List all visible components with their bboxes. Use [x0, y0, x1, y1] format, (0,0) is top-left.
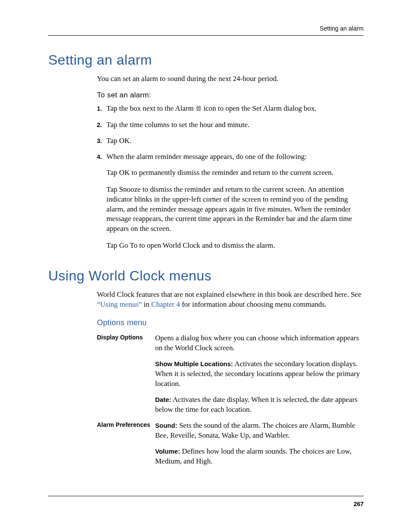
intro-part-c: for information about choosing menu comm… [180, 300, 327, 308]
steps-list: 1. Tap the box next to the Alarm [97, 104, 362, 162]
option-description: Activates the date display. When it is s… [155, 395, 358, 414]
step-number: 3. [97, 137, 106, 144]
svg-line-6 [200, 110, 200, 111]
section-heading-setting-alarm: Setting an alarm [48, 52, 364, 68]
option-row-display-options: Display Options Opens a dialog box where… [97, 333, 362, 421]
step-number: 1. [97, 105, 106, 112]
intro-text: World Clock features that are not explai… [97, 290, 362, 310]
intro-part-b: in [142, 300, 151, 308]
step1-text-b: icon to open the Set Alarm dialog box. [203, 104, 317, 112]
option-bold-term: Volume: [155, 448, 180, 455]
step-number: 4. [97, 153, 106, 160]
step-2: 2. Tap the time columns to set the hour … [97, 120, 362, 130]
option-entry: Sound: Sets the sound of the alarm. The … [155, 421, 362, 441]
step-text: Tap the box next to the Alarm icon [106, 104, 362, 114]
page-footer: 267 [48, 496, 364, 507]
step1-text-a: Tap the box next to the Alarm [106, 104, 196, 112]
option-description: Sets the sound of the alarm. The choices… [155, 421, 355, 439]
option-description: Defines how loud the alarm sounds. The c… [155, 447, 352, 465]
section-heading-world-clock-menus: Using World Clock menus [48, 268, 364, 284]
options-menu-heading: Options menu [97, 318, 362, 327]
option-bold-term: Show Multiple Locations: [155, 360, 233, 367]
alarm-clock-icon [196, 104, 201, 114]
section1-body: You can set an alarm to sound during the… [97, 74, 362, 251]
intro-part-a: World Clock features that are not explai… [97, 290, 361, 299]
intro-text: You can set an alarm to sound during the… [97, 74, 362, 84]
svg-line-4 [200, 106, 201, 107]
section2-body: World Clock features that are not explai… [97, 290, 362, 472]
option-entry: Opens a dialog box where you can choose … [155, 333, 362, 353]
option-bold-term: Date: [155, 396, 171, 403]
page-content: Setting an alarm Setting an alarm You ca… [48, 25, 364, 472]
step-1: 1. Tap the box next to the Alarm [97, 104, 362, 114]
page-number: 267 [48, 501, 364, 507]
step-4: 4. When the alarm reminder message appea… [97, 152, 362, 162]
link-chapter-4[interactable]: Chapter 4 [151, 300, 180, 308]
option-bold-term: Sound: [155, 422, 177, 429]
link-using-menus[interactable]: “Using menus” [97, 300, 142, 308]
option-entry: Show Multiple Locations: Activates the s… [155, 359, 362, 389]
step-number: 2. [97, 121, 106, 128]
option-content: Sound: Sets the sound of the alarm. The … [155, 421, 362, 473]
option-entry: Volume: Defines how loud the alarm sound… [155, 447, 362, 467]
option-label: Display Options [97, 333, 155, 421]
running-header: Setting an alarm [48, 25, 364, 36]
option-content: Opens a dialog box where you can choose … [155, 333, 362, 421]
option-entry: Date: Activates the date display. When i… [155, 395, 362, 415]
step-3: 3. Tap OK. [97, 136, 362, 146]
options-table: Display Options Opens a dialog box where… [97, 333, 362, 472]
procedure-heading: To set an alarm: [97, 91, 362, 100]
sub-paragraph: Tap Go To to open World Clock and to dis… [106, 241, 362, 251]
step-text: Tap the time columns to set the hour and… [106, 120, 362, 130]
step-text: Tap OK. [106, 136, 362, 146]
option-row-alarm-preferences: Alarm Preferences Sound: Sets the sound … [97, 421, 362, 473]
step-text: When the alarm reminder message appears,… [106, 152, 362, 162]
sub-paragraph: Tap Snooze to dismiss the reminder and r… [106, 185, 362, 234]
sub-paragraph: Tap OK to permanently dismiss the remind… [106, 168, 362, 178]
option-label: Alarm Preferences [97, 421, 155, 473]
svg-line-3 [197, 106, 198, 107]
svg-line-5 [197, 110, 197, 111]
